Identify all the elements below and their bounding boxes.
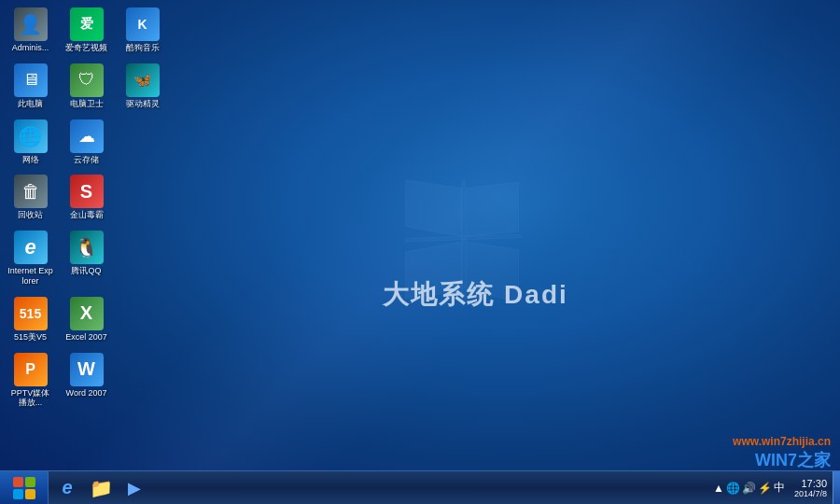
icon-row-5: e Internet Explorer 🐧 腾讯QQ — [5, 228, 168, 289]
start-logo-icon — [11, 475, 37, 501]
svg-rect-2 — [13, 477, 23, 487]
administrator-label: Adminis... — [12, 43, 49, 53]
cloud-label: 云存储 — [74, 155, 99, 165]
recycle-label: 回收站 — [18, 210, 43, 220]
clock-time: 17:30 — [794, 478, 827, 489]
515-icon-img: 515 — [14, 297, 48, 330]
taskbar-pinned-icons: e 📁 ▶ — [49, 473, 709, 503]
ie-icon-img: e — [14, 231, 48, 264]
taskbar: e 📁 ▶ ▲ 🌐 🔊 ⚡ 中 17:30 2014/7/8 — [0, 470, 840, 504]
show-desktop-button[interactable] — [833, 471, 840, 505]
icon-row-7: P PPTV媒体播放... W Word 2007 — [5, 350, 168, 412]
tray-arrow-icon[interactable]: ▲ — [713, 482, 724, 495]
kugou-icon-img: K — [126, 7, 160, 41]
icon-guard[interactable]: 🛡 电脑卫士 — [61, 61, 112, 112]
icon-row-3: 🌐 网络 ☁ 云存储 — [5, 117, 168, 168]
icon-pptv[interactable]: P PPTV媒体播放... — [5, 350, 56, 412]
qq-label: 腾讯QQ — [71, 266, 101, 276]
driver-icon-img: 🦋 — [126, 63, 160, 97]
taskbar-ie-icon[interactable]: e — [52, 473, 82, 503]
website-watermark: www.win7zhijia.cn — [733, 435, 831, 448]
kugou-label: 酷狗音乐 — [126, 43, 160, 53]
icon-ie[interactable]: e Internet Explorer — [5, 228, 56, 289]
excel-icon-img: X — [70, 297, 104, 330]
icon-kugou[interactable]: K 酷狗音乐 — [117, 5, 168, 56]
mycomputer-label: 此电脑 — [18, 99, 43, 109]
mycomputer-icon-img: 🖥 — [14, 63, 48, 97]
qq-icon-img: 🐧 — [70, 231, 104, 264]
pptv-label: PPTV媒体播放... — [11, 388, 50, 409]
icon-iqiyi[interactable]: 爱 爱奇艺视频 — [61, 5, 112, 56]
icon-cloud[interactable]: ☁ 云存储 — [61, 117, 112, 168]
icon-mycomputer[interactable]: 🖥 此电脑 — [5, 61, 56, 112]
icon-excel[interactable]: X Excel 2007 — [61, 294, 112, 345]
svg-rect-4 — [13, 489, 23, 499]
tray-network-icon[interactable]: 🌐 — [726, 482, 740, 495]
word-icon-img: W — [70, 353, 104, 386]
clock-date: 2014/7/8 — [794, 489, 827, 498]
iqiyi-icon-img: 爱 — [70, 7, 104, 41]
svg-rect-3 — [25, 477, 35, 487]
icon-row-6: 515 515美V5 X Excel 2007 — [5, 294, 168, 345]
guard-label: 电脑卫士 — [70, 99, 104, 109]
iqiyi-label: 爱奇艺视频 — [65, 43, 107, 53]
pptv-icon-img: P — [14, 353, 48, 386]
cloud-icon-img: ☁ — [70, 119, 104, 153]
administrator-icon-img: 👤 — [14, 7, 48, 41]
desktop-icons: 👤 Adminis... 爱 爱奇艺视频 K 酷狗音乐 🖥 — [5, 5, 168, 411]
system-tray: ▲ 🌐 🔊 ⚡ 中 — [709, 480, 789, 496]
icon-recycle[interactable]: 🗑 回收站 — [5, 172, 56, 223]
icon-row-4: 🗑 回收站 S 金山毒霸 — [5, 172, 168, 223]
recycle-icon-img: 🗑 — [14, 175, 48, 208]
ie-label: Internet Explorer — [7, 266, 53, 287]
kingsoft-icon-img: S — [70, 175, 104, 208]
taskbar-folder-icon[interactable]: 📁 — [86, 473, 116, 503]
guard-icon-img: 🛡 — [70, 63, 104, 97]
svg-rect-5 — [25, 489, 35, 499]
icon-qq[interactable]: 🐧 腾讯QQ — [61, 228, 112, 289]
tray-lang-icon[interactable]: 中 — [774, 480, 785, 496]
dadi-text: 大地系统 Dadi — [383, 277, 567, 313]
win7-badge: WIN7之家 — [755, 449, 831, 471]
clock[interactable]: 17:30 2014/7/8 — [789, 478, 833, 498]
tray-volume-icon[interactable]: 🔊 — [742, 482, 756, 495]
word-label: Word 2007 — [66, 388, 107, 399]
icon-row-2: 🖥 此电脑 🛡 电脑卫士 🦋 驱动精灵 — [5, 61, 168, 112]
icon-driver[interactable]: 🦋 驱动精灵 — [117, 61, 168, 112]
icon-row-1: 👤 Adminis... 爱 爱奇艺视频 K 酷狗音乐 — [5, 5, 168, 56]
network-icon-img: 🌐 — [14, 119, 48, 153]
desktop: 大地系统 Dadi www.win7zhijia.cn WIN7之家 👤 Adm… — [0, 0, 840, 504]
kingsoft-label: 金山毒霸 — [70, 210, 104, 220]
515-label: 515美V5 — [14, 332, 47, 343]
tray-battery-icon[interactable]: ⚡ — [758, 482, 772, 495]
start-button[interactable] — [0, 471, 49, 505]
icon-515[interactable]: 515 515美V5 — [5, 294, 56, 345]
driver-label: 驱动精灵 — [126, 99, 160, 109]
windows-logo-watermark — [359, 139, 565, 344]
icon-word[interactable]: W Word 2007 — [61, 350, 112, 412]
taskbar-media-icon[interactable]: ▶ — [119, 473, 149, 503]
network-label: 网络 — [22, 155, 39, 165]
icon-administrator[interactable]: 👤 Adminis... — [5, 5, 56, 56]
icon-kingsoft[interactable]: S 金山毒霸 — [61, 172, 112, 223]
icon-network[interactable]: 🌐 网络 — [5, 117, 56, 168]
excel-label: Excel 2007 — [65, 332, 107, 343]
